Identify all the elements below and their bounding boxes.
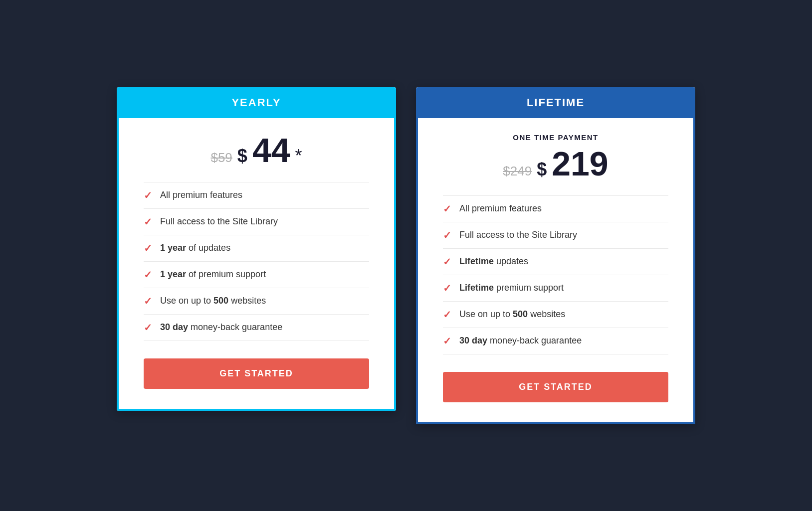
yearly-feature-6-text: 30 day money-back guarantee	[160, 322, 282, 333]
yearly-feature-2: Full access to the Site Library	[144, 209, 369, 235]
lifetime-feature-4: Lifetime premium support	[443, 275, 668, 302]
yearly-feature-5: Use on up to 500 websites	[144, 288, 369, 315]
yearly-feature-1: All premium features	[144, 182, 369, 209]
check-icon-l4	[443, 282, 451, 294]
lifetime-feature-1-text: All premium features	[459, 203, 542, 214]
check-icon-l1	[443, 203, 451, 215]
yearly-price-new: 44	[252, 133, 290, 167]
yearly-card: YEARLY $59 $ 44 * All premium features F…	[117, 87, 396, 411]
yearly-get-started-button[interactable]: GET STARTED	[144, 358, 369, 389]
lifetime-body: ONE TIME PAYMENT $249 $ 219 All premium …	[416, 118, 695, 424]
yearly-feature-1-text: All premium features	[160, 190, 242, 200]
pricing-container: YEARLY $59 $ 44 * All premium features F…	[97, 67, 715, 444]
lifetime-feature-5-text: Use on up to 500 websites	[459, 309, 565, 320]
lifetime-get-started-button[interactable]: GET STARTED	[443, 372, 668, 402]
lifetime-feature-1: All premium features	[443, 195, 668, 222]
check-icon-6	[144, 322, 152, 334]
one-time-label: ONE TIME PAYMENT	[443, 133, 668, 142]
check-icon-l2	[443, 229, 451, 241]
check-icon-l3	[443, 256, 451, 268]
lifetime-feature-4-text: Lifetime premium support	[459, 283, 564, 293]
lifetime-price-row: $249 $ 219	[443, 147, 668, 180]
lifetime-header: LIFETIME	[416, 87, 695, 118]
lifetime-feature-6: 30 day money-back guarantee	[443, 328, 668, 354]
yearly-price-dollar: $	[237, 146, 247, 167]
yearly-feature-4: 1 year of premium support	[144, 262, 369, 288]
check-icon-3	[144, 242, 152, 254]
lifetime-price-new: 219	[552, 147, 608, 180]
check-icon-2	[144, 216, 152, 228]
check-icon-l6	[443, 335, 451, 347]
yearly-price-asterisk: *	[295, 146, 302, 167]
lifetime-feature-2: Full access to the Site Library	[443, 222, 668, 249]
check-icon-l5	[443, 309, 451, 321]
yearly-feature-4-text: 1 year of premium support	[160, 269, 266, 280]
lifetime-feature-3: Lifetime updates	[443, 249, 668, 275]
yearly-body: $59 $ 44 * All premium features Full acc…	[117, 118, 396, 411]
yearly-feature-6: 30 day money-back guarantee	[144, 315, 369, 341]
yearly-features-list: All premium features Full access to the …	[144, 182, 369, 341]
lifetime-feature-5: Use on up to 500 websites	[443, 302, 668, 328]
lifetime-price-old: $249	[503, 164, 532, 179]
yearly-feature-3: 1 year of updates	[144, 235, 369, 262]
check-icon-5	[144, 295, 152, 307]
yearly-feature-2-text: Full access to the Site Library	[160, 216, 278, 227]
lifetime-feature-3-text: Lifetime updates	[459, 256, 528, 267]
yearly-feature-5-text: Use on up to 500 websites	[160, 296, 266, 306]
yearly-price-old: $59	[210, 150, 232, 166]
yearly-feature-3-text: 1 year of updates	[160, 243, 230, 253]
yearly-price-row: $59 $ 44 *	[144, 133, 369, 167]
lifetime-title: LIFETIME	[527, 96, 585, 109]
lifetime-feature-2-text: Full access to the Site Library	[459, 230, 577, 240]
lifetime-price-dollar: $	[537, 159, 547, 180]
yearly-header: YEARLY	[117, 87, 396, 118]
lifetime-features-list: All premium features Full access to the …	[443, 195, 668, 354]
check-icon-4	[144, 269, 152, 281]
yearly-title: YEARLY	[231, 96, 281, 109]
check-icon-1	[144, 189, 152, 201]
lifetime-feature-6-text: 30 day money-back guarantee	[459, 336, 582, 346]
lifetime-card: LIFETIME ONE TIME PAYMENT $249 $ 219 All…	[416, 87, 695, 424]
